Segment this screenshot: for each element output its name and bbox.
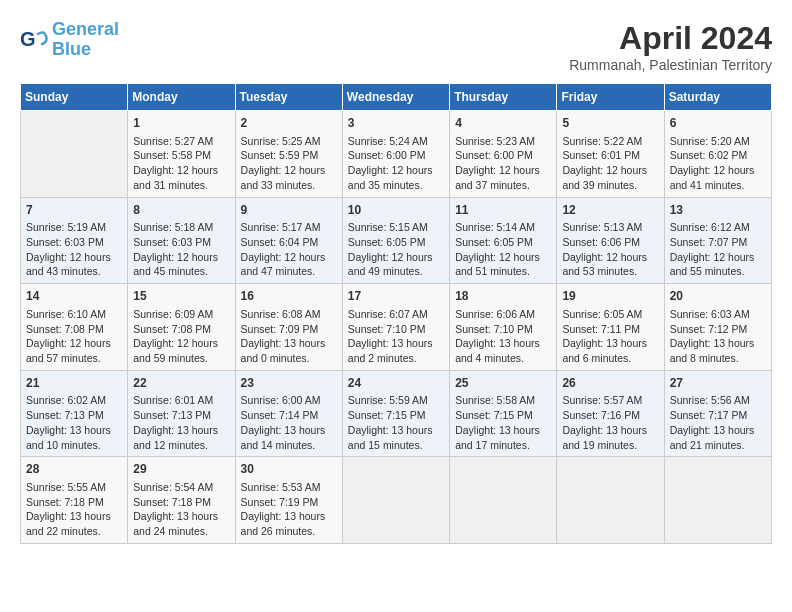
cell-text: Daylight: 13 hours bbox=[455, 423, 551, 438]
day-number: 7 bbox=[26, 202, 122, 219]
cell-text: Sunset: 7:10 PM bbox=[455, 322, 551, 337]
cell-text: Daylight: 13 hours bbox=[241, 509, 337, 524]
cell-text: and 51 minutes. bbox=[455, 264, 551, 279]
cell-text: and 0 minutes. bbox=[241, 351, 337, 366]
cell-text: Daylight: 12 hours bbox=[26, 336, 122, 351]
cell-text: Sunrise: 5:25 AM bbox=[241, 134, 337, 149]
calendar-cell: 19Sunrise: 6:05 AMSunset: 7:11 PMDayligh… bbox=[557, 284, 664, 371]
cell-text: and 55 minutes. bbox=[670, 264, 766, 279]
cell-text: and 39 minutes. bbox=[562, 178, 658, 193]
day-number: 14 bbox=[26, 288, 122, 305]
cell-text: and 37 minutes. bbox=[455, 178, 551, 193]
cell-text: Daylight: 13 hours bbox=[348, 423, 444, 438]
day-number: 23 bbox=[241, 375, 337, 392]
calendar-cell: 3Sunrise: 5:24 AMSunset: 6:00 PMDaylight… bbox=[342, 111, 449, 198]
cell-text: Sunset: 6:06 PM bbox=[562, 235, 658, 250]
cell-text: and 19 minutes. bbox=[562, 438, 658, 453]
day-number: 16 bbox=[241, 288, 337, 305]
calendar-cell: 12Sunrise: 5:13 AMSunset: 6:06 PMDayligh… bbox=[557, 197, 664, 284]
calendar-cell: 21Sunrise: 6:02 AMSunset: 7:13 PMDayligh… bbox=[21, 370, 128, 457]
cell-text: and 33 minutes. bbox=[241, 178, 337, 193]
cell-text: and 59 minutes. bbox=[133, 351, 229, 366]
cell-text: and 47 minutes. bbox=[241, 264, 337, 279]
cell-text: Sunrise: 6:09 AM bbox=[133, 307, 229, 322]
day-number: 18 bbox=[455, 288, 551, 305]
calendar-cell: 18Sunrise: 6:06 AMSunset: 7:10 PMDayligh… bbox=[450, 284, 557, 371]
cell-text: Daylight: 12 hours bbox=[241, 250, 337, 265]
cell-text: Sunset: 7:15 PM bbox=[455, 408, 551, 423]
cell-text: Sunset: 7:08 PM bbox=[133, 322, 229, 337]
day-number: 2 bbox=[241, 115, 337, 132]
cell-text: Daylight: 13 hours bbox=[562, 423, 658, 438]
cell-text: and 2 minutes. bbox=[348, 351, 444, 366]
cell-text: and 14 minutes. bbox=[241, 438, 337, 453]
cell-text: Sunset: 6:00 PM bbox=[455, 148, 551, 163]
cell-text: Sunset: 7:17 PM bbox=[670, 408, 766, 423]
cell-text: Daylight: 12 hours bbox=[348, 250, 444, 265]
cell-text: and 35 minutes. bbox=[348, 178, 444, 193]
cell-text: and 26 minutes. bbox=[241, 524, 337, 539]
calendar-cell: 13Sunrise: 6:12 AMSunset: 7:07 PMDayligh… bbox=[664, 197, 771, 284]
calendar-table: SundayMondayTuesdayWednesdayThursdayFrid… bbox=[20, 83, 772, 544]
cell-text: Sunset: 7:08 PM bbox=[26, 322, 122, 337]
cell-text: and 4 minutes. bbox=[455, 351, 551, 366]
day-number: 24 bbox=[348, 375, 444, 392]
calendar-cell: 15Sunrise: 6:09 AMSunset: 7:08 PMDayligh… bbox=[128, 284, 235, 371]
day-number: 20 bbox=[670, 288, 766, 305]
cell-text: Sunrise: 5:56 AM bbox=[670, 393, 766, 408]
cell-text: Daylight: 12 hours bbox=[133, 250, 229, 265]
cell-text: Sunrise: 6:06 AM bbox=[455, 307, 551, 322]
calendar-week-row: 1Sunrise: 5:27 AMSunset: 5:58 PMDaylight… bbox=[21, 111, 772, 198]
month-title: April 2024 bbox=[569, 20, 772, 57]
cell-text: and 24 minutes. bbox=[133, 524, 229, 539]
cell-text: Daylight: 13 hours bbox=[241, 423, 337, 438]
cell-text: Sunset: 7:14 PM bbox=[241, 408, 337, 423]
cell-text: Sunrise: 6:00 AM bbox=[241, 393, 337, 408]
cell-text: Daylight: 13 hours bbox=[26, 509, 122, 524]
cell-text: Sunset: 7:16 PM bbox=[562, 408, 658, 423]
cell-text: Sunset: 5:58 PM bbox=[133, 148, 229, 163]
cell-text: and 43 minutes. bbox=[26, 264, 122, 279]
cell-text: Daylight: 12 hours bbox=[562, 163, 658, 178]
calendar-cell: 20Sunrise: 6:03 AMSunset: 7:12 PMDayligh… bbox=[664, 284, 771, 371]
cell-text: Sunrise: 5:23 AM bbox=[455, 134, 551, 149]
day-number: 28 bbox=[26, 461, 122, 478]
cell-text: Daylight: 12 hours bbox=[133, 163, 229, 178]
cell-text: Sunrise: 6:02 AM bbox=[26, 393, 122, 408]
title-section: April 2024 Rummanah, Palestinian Territo… bbox=[569, 20, 772, 73]
logo: G General Blue bbox=[20, 20, 119, 60]
day-number: 4 bbox=[455, 115, 551, 132]
cell-text: and 21 minutes. bbox=[670, 438, 766, 453]
calendar-cell: 28Sunrise: 5:55 AMSunset: 7:18 PMDayligh… bbox=[21, 457, 128, 544]
calendar-cell: 7Sunrise: 5:19 AMSunset: 6:03 PMDaylight… bbox=[21, 197, 128, 284]
cell-text: Sunset: 7:13 PM bbox=[26, 408, 122, 423]
day-number: 25 bbox=[455, 375, 551, 392]
cell-text: Sunrise: 5:18 AM bbox=[133, 220, 229, 235]
day-number: 26 bbox=[562, 375, 658, 392]
calendar-cell: 27Sunrise: 5:56 AMSunset: 7:17 PMDayligh… bbox=[664, 370, 771, 457]
cell-text: Sunrise: 6:08 AM bbox=[241, 307, 337, 322]
calendar-cell: 8Sunrise: 5:18 AMSunset: 6:03 PMDaylight… bbox=[128, 197, 235, 284]
calendar-cell: 4Sunrise: 5:23 AMSunset: 6:00 PMDaylight… bbox=[450, 111, 557, 198]
day-header-friday: Friday bbox=[557, 84, 664, 111]
cell-text: and 6 minutes. bbox=[562, 351, 658, 366]
day-header-thursday: Thursday bbox=[450, 84, 557, 111]
calendar-cell: 24Sunrise: 5:59 AMSunset: 7:15 PMDayligh… bbox=[342, 370, 449, 457]
cell-text: Daylight: 13 hours bbox=[670, 336, 766, 351]
day-header-tuesday: Tuesday bbox=[235, 84, 342, 111]
day-number: 29 bbox=[133, 461, 229, 478]
cell-text: Daylight: 12 hours bbox=[670, 250, 766, 265]
cell-text: Sunrise: 5:57 AM bbox=[562, 393, 658, 408]
day-header-saturday: Saturday bbox=[664, 84, 771, 111]
cell-text: Sunrise: 6:10 AM bbox=[26, 307, 122, 322]
calendar-cell: 11Sunrise: 5:14 AMSunset: 6:05 PMDayligh… bbox=[450, 197, 557, 284]
calendar-cell: 30Sunrise: 5:53 AMSunset: 7:19 PMDayligh… bbox=[235, 457, 342, 544]
calendar-week-row: 21Sunrise: 6:02 AMSunset: 7:13 PMDayligh… bbox=[21, 370, 772, 457]
calendar-header-row: SundayMondayTuesdayWednesdayThursdayFrid… bbox=[21, 84, 772, 111]
cell-text: Sunrise: 5:59 AM bbox=[348, 393, 444, 408]
cell-text: Sunrise: 5:53 AM bbox=[241, 480, 337, 495]
cell-text: and 15 minutes. bbox=[348, 438, 444, 453]
calendar-cell bbox=[21, 111, 128, 198]
day-number: 30 bbox=[241, 461, 337, 478]
calendar-cell bbox=[450, 457, 557, 544]
